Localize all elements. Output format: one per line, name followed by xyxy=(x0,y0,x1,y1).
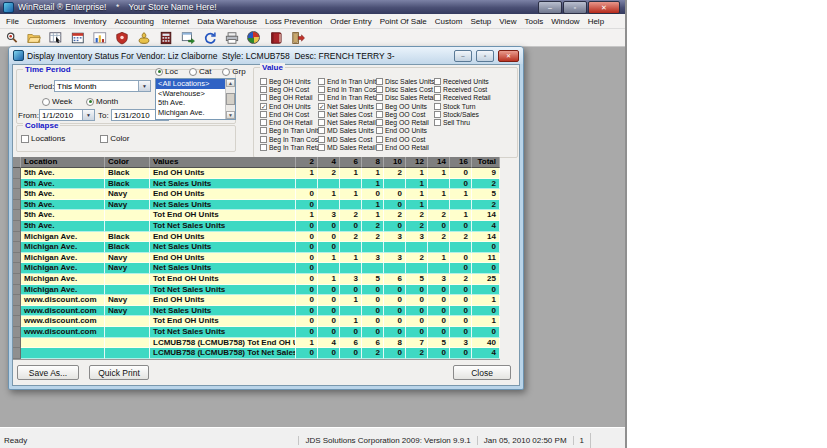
menu-item-data-warehouse[interactable]: Data Warehouse xyxy=(193,17,261,26)
checkbox[interactable] xyxy=(318,136,325,143)
month-radio[interactable]: Month xyxy=(86,97,118,106)
menu-item-view[interactable]: View xyxy=(495,17,520,26)
checkbox[interactable] xyxy=(260,127,267,134)
grid-row[interactable]: www.discount.comNavyEnd OH Units00100000… xyxy=(13,295,500,306)
radio-cat[interactable]: Cat xyxy=(189,67,211,76)
value-option-end-oh-retail[interactable]: End OH Retail xyxy=(260,118,323,126)
grid-row[interactable]: 5th Ave.BlackNet Sales Units1102 xyxy=(13,179,500,190)
checkbox[interactable] xyxy=(318,144,325,151)
value-option-end-in-tran-retail[interactable]: End In Tran Retail xyxy=(318,94,381,102)
refresh-icon[interactable] xyxy=(202,31,217,45)
book-icon[interactable] xyxy=(268,31,283,45)
value-option-beg-oo-units[interactable]: Beg OO Units xyxy=(376,102,436,110)
dialog-close-icon[interactable]: ✕ xyxy=(498,50,519,62)
checkbox[interactable] xyxy=(260,78,267,85)
bar-chart-icon[interactable] xyxy=(92,31,107,45)
value-option-sell-thru[interactable]: Sell Thru xyxy=(434,118,491,126)
checkbox[interactable] xyxy=(376,86,383,93)
grid-row[interactable]: Michigan Ave.BlackNet Sales Units000 xyxy=(13,242,500,253)
value-option-beg-in-tran-units[interactable]: Beg In Tran Units xyxy=(260,127,323,135)
grid-row[interactable]: www.discount.comTot End OH Units00100000… xyxy=(13,316,500,327)
checkbox[interactable] xyxy=(260,119,267,126)
dialog-titlebar[interactable]: Display Inventory Status For Vendor: Liz… xyxy=(9,47,523,64)
scroll-down-icon[interactable]: ▼ xyxy=(226,111,235,119)
export-window-icon[interactable] xyxy=(180,31,195,45)
menu-item-point-of-sale[interactable]: Point Of Sale xyxy=(376,17,431,26)
value-option-received-units[interactable]: Received Units xyxy=(434,77,491,85)
value-option-received-retail[interactable]: Received Retail xyxy=(434,94,491,102)
location-list-item[interactable]: <Warehouse> xyxy=(156,89,226,99)
list-scrollbar[interactable]: ▲ ▼ xyxy=(225,79,235,119)
week-radio[interactable]: Week xyxy=(42,97,72,106)
collapse-option-locations[interactable]: Locations xyxy=(21,134,65,143)
location-list-item[interactable]: 5th Ave. xyxy=(156,98,226,108)
menu-item-file[interactable]: File xyxy=(2,17,23,26)
find-icon[interactable] xyxy=(4,31,19,45)
value-option-beg-in-tran-cost[interactable]: Beg In Tran Cost xyxy=(260,135,323,143)
locations-listbox[interactable]: <All Locations><Warehouse>5th Ave.Michig… xyxy=(155,78,236,120)
grid-row[interactable]: Michigan Ave.NavyNet Sales Units000 xyxy=(13,263,500,274)
menu-item-setup[interactable]: Setup xyxy=(466,17,495,26)
maximize-icon[interactable]: ▫ xyxy=(563,1,587,14)
value-option-end-oo-units[interactable]: End OO Units xyxy=(376,127,436,135)
scroll-thumb[interactable] xyxy=(226,93,235,105)
value-option-net-sales-cost[interactable]: Net Sales Cost xyxy=(318,110,381,118)
checkbox[interactable] xyxy=(318,111,325,118)
exit-icon[interactable] xyxy=(290,31,305,45)
checkbox[interactable] xyxy=(376,144,383,151)
value-option-beg-oo-cost[interactable]: Beg OO Cost xyxy=(376,110,436,118)
checkbox[interactable] xyxy=(376,119,383,126)
value-option-end-oh-cost[interactable]: End OH Cost xyxy=(260,110,323,118)
checkbox[interactable]: ✓ xyxy=(318,103,325,110)
checkbox[interactable] xyxy=(318,127,325,134)
value-option-disc-sales-cost[interactable]: Disc Sales Cost xyxy=(376,85,436,93)
checkbox[interactable] xyxy=(376,111,383,118)
checkbox[interactable] xyxy=(376,136,383,143)
checkbox[interactable] xyxy=(318,119,325,126)
menu-item-accounting[interactable]: Accounting xyxy=(110,17,158,26)
checkbox[interactable] xyxy=(318,94,325,101)
checkbox[interactable] xyxy=(376,127,383,134)
checkbox[interactable] xyxy=(318,78,325,85)
menu-item-internet[interactable]: Internet xyxy=(158,17,193,26)
checkbox[interactable] xyxy=(21,135,29,143)
calculator-icon[interactable] xyxy=(158,31,173,45)
week-radio-circle[interactable] xyxy=(42,98,50,106)
grid-row[interactable]: 5th Ave.NavyNet Sales Units01012 xyxy=(13,200,500,211)
radio-grp[interactable]: Grp xyxy=(222,67,245,76)
value-option-beg-oh-retail[interactable]: Beg OH Retail xyxy=(260,94,323,102)
menu-item-help[interactable]: Help xyxy=(584,17,608,26)
grid-row[interactable]: 5th Ave.Tot End OH Units1321222114 xyxy=(13,210,500,221)
value-option-md-sales-retail[interactable]: MD Sales Retail xyxy=(318,143,381,151)
checkbox[interactable] xyxy=(434,86,441,93)
calendar-icon[interactable] xyxy=(70,31,85,45)
value-option-received-cost[interactable]: Received Cost xyxy=(434,85,491,93)
close-button[interactable]: Close xyxy=(453,365,511,380)
menu-item-inventory[interactable]: Inventory xyxy=(70,17,111,26)
period-select[interactable]: This Month ▼ xyxy=(54,80,151,92)
menu-item-loss-prevention[interactable]: Loss Prevention xyxy=(261,17,326,26)
dialog-restore-icon[interactable]: ▫ xyxy=(476,50,494,62)
grid-row[interactable]: www.discount.comTot Net Sales Units00000… xyxy=(13,327,500,338)
checkbox[interactable] xyxy=(100,135,108,143)
checkbox[interactable] xyxy=(434,103,441,110)
value-option-stock-sales[interactable]: Stock/Sales xyxy=(434,110,491,118)
checkbox[interactable] xyxy=(434,78,441,85)
checkbox[interactable] xyxy=(260,86,267,93)
value-option-end-oh-units[interactable]: ✓End OH Units xyxy=(260,102,323,110)
value-option-net-sales-units[interactable]: ✓Net Sales Units xyxy=(318,102,381,110)
grid-select-icon[interactable] xyxy=(48,31,63,45)
value-option-net-sales-retail[interactable]: Net Sales Retail xyxy=(318,118,381,126)
menu-item-custom[interactable]: Custom xyxy=(431,17,467,26)
grid-row[interactable]: Michigan Ave.Tot End OH Units0135653225 xyxy=(13,274,500,285)
inventory-grid[interactable]: LocationColorValues246810121416Total5th … xyxy=(13,157,500,360)
grid-row[interactable]: www.discount.comNavyNet Sales Units00000… xyxy=(13,306,500,317)
grid-row[interactable]: 5th Ave.NavyEnd OH Units011001115 xyxy=(13,189,500,200)
value-option-beg-oh-cost[interactable]: Beg OH Cost xyxy=(260,85,323,93)
grid-row[interactable]: 5th Ave.Tot Net Sales Units000202004 xyxy=(13,221,500,232)
value-option-disc-sales-retail[interactable]: Disc Sales Retail xyxy=(376,94,436,102)
chevron-down-icon[interactable]: ▼ xyxy=(138,81,150,91)
dialog-minimize-icon[interactable]: – xyxy=(454,50,472,62)
menu-item-customers[interactable]: Customers xyxy=(23,17,70,26)
checkbox[interactable] xyxy=(376,94,383,101)
